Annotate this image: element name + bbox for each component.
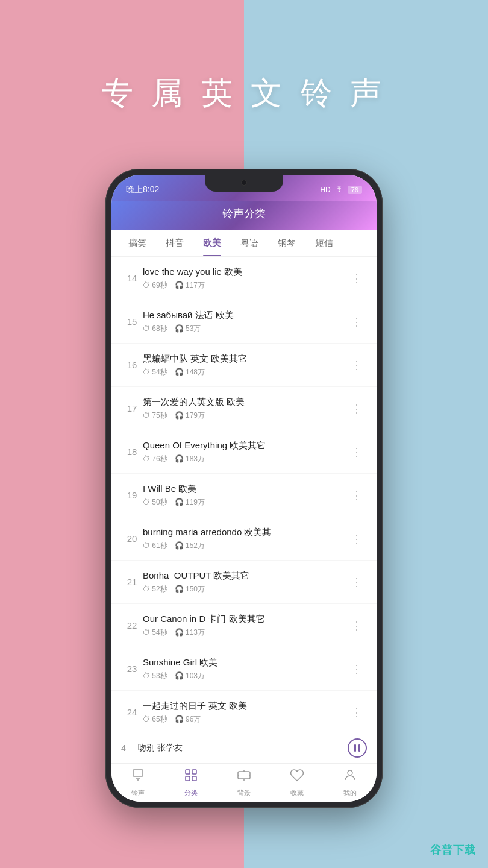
mini-player[interactable]: 4 吻别 张学友 (111, 732, 377, 763)
tab-gangqin[interactable]: 钢琴 (268, 230, 305, 256)
mini-player-title: 吻别 张学友 (138, 743, 348, 753)
list-item[interactable]: 18 Queen Of Everything 欧美其它 ⏱ 76秒 🎧 183万… (111, 430, 377, 474)
more-icon[interactable]: ⋮ (346, 530, 367, 548)
plays: 🎧 117万 (175, 280, 205, 291)
song-meta: ⏱ 54秒 🎧 113万 (143, 627, 346, 638)
duration: ⏱ 75秒 (143, 410, 167, 421)
phone-wrapper: 晚上8:02 HD 76 (105, 169, 383, 808)
list-item[interactable]: 23 Sunshine Girl 欧美 ⏱ 53秒 🎧 103万 ⋮ (111, 647, 377, 691)
tab-gaoxiao[interactable]: 搞笑 (119, 230, 156, 256)
more-icon[interactable]: ⋮ (346, 486, 367, 505)
song-title: I Will Be 欧美 (143, 483, 346, 495)
svg-rect-0 (354, 744, 356, 752)
plays: 🎧 179万 (175, 410, 205, 421)
status-time: 晚上8:02 (126, 184, 159, 195)
song-meta: ⏱ 52秒 🎧 150万 (143, 584, 346, 594)
nav-label-profile: 我的 (343, 788, 357, 797)
song-info: 第一次爱的人英文版 欧美 ⏱ 75秒 🎧 179万 (143, 397, 346, 421)
list-item[interactable]: 20 burning maria arredondo 欧美其 ⏱ 61秒 🎧 1… (111, 517, 377, 561)
nav-item-background[interactable]: 背景 (217, 768, 271, 797)
tab-douyin[interactable]: 抖音 (156, 230, 193, 256)
pause-button[interactable] (348, 738, 367, 758)
more-icon[interactable]: ⋮ (346, 356, 367, 374)
duration: ⏱ 76秒 (143, 454, 167, 464)
app-header-title: 铃声分类 (222, 207, 266, 219)
nav-item-category[interactable]: 分类 (164, 768, 217, 797)
plays: 🎧 113万 (175, 627, 205, 638)
plays: 🎧 96万 (175, 714, 201, 725)
more-icon[interactable]: ⋮ (346, 443, 367, 461)
more-icon[interactable]: ⋮ (346, 703, 367, 722)
more-icon[interactable]: ⋮ (346, 660, 367, 678)
song-index: 24 (121, 707, 143, 717)
list-item[interactable]: 16 黑蝙蝠中队 英文 欧美其它 ⏱ 54秒 🎧 148万 ⋮ (111, 344, 377, 387)
duration: ⏱ 54秒 (143, 367, 167, 377)
duration: ⏱ 68秒 (143, 324, 167, 334)
mini-player-index: 4 (121, 743, 138, 753)
song-info: Bonha_OUTPUT 欧美其它 ⏱ 52秒 🎧 150万 (143, 570, 346, 594)
song-meta: ⏱ 75秒 🎧 179万 (143, 410, 346, 421)
list-item[interactable]: 22 Our Canon in D 卡门 欧美其它 ⏱ 54秒 🎧 113万 ⋮ (111, 604, 377, 647)
song-title: Bonha_OUTPUT 欧美其它 (143, 570, 346, 582)
svg-rect-3 (192, 770, 196, 774)
status-icons: HD 76 (320, 186, 362, 195)
svg-rect-1 (358, 744, 360, 752)
duration: ⏱ 61秒 (143, 541, 167, 551)
nav-item-profile[interactable]: 我的 (324, 768, 377, 797)
song-info: Sunshine Girl 欧美 ⏱ 53秒 🎧 103万 (143, 657, 346, 681)
song-index: 17 (121, 403, 143, 414)
nav-item-ringtone[interactable]: 铃声 (111, 768, 164, 797)
list-item[interactable]: 19 I Will Be 欧美 ⏱ 50秒 🎧 119万 ⋮ (111, 474, 377, 517)
profile-icon (343, 768, 357, 786)
song-meta: ⏱ 68秒 🎧 53万 (143, 324, 346, 334)
more-icon[interactable]: ⋮ (346, 269, 367, 288)
more-icon[interactable]: ⋮ (346, 617, 367, 635)
nav-label-ringtone: 铃声 (131, 788, 145, 797)
song-title: 第一次爱的人英文版 欧美 (143, 397, 346, 408)
song-info: Our Canon in D 卡门 欧美其它 ⏱ 54秒 🎧 113万 (143, 614, 346, 638)
tab-duanxin[interactable]: 短信 (305, 230, 343, 256)
tab-yueyu[interactable]: 粤语 (231, 230, 268, 256)
notch (205, 175, 283, 192)
list-item[interactable]: 17 第一次爱的人英文版 欧美 ⏱ 75秒 🎧 179万 ⋮ (111, 387, 377, 430)
tabs-bar: 搞笑 抖音 欧美 粤语 钢琴 短信 (111, 230, 377, 257)
plays: 🎧 150万 (175, 584, 205, 594)
list-item[interactable]: 21 Bonha_OUTPUT 欧美其它 ⏱ 52秒 🎧 150万 ⋮ (111, 561, 377, 604)
plays: 🎧 183万 (175, 454, 205, 464)
nav-label-favorite: 收藏 (290, 788, 304, 797)
more-icon[interactable]: ⋮ (346, 573, 367, 591)
song-meta: ⏱ 53秒 🎧 103万 (143, 671, 346, 681)
wifi-icon (334, 186, 344, 195)
song-title: Не забывай 法语 欧美 (143, 310, 346, 321)
more-icon[interactable]: ⋮ (346, 400, 367, 418)
song-index: 23 (121, 664, 143, 674)
song-title: Queen Of Everything 欧美其它 (143, 440, 346, 451)
song-index: 22 (121, 620, 143, 631)
signal-icon: HD (320, 186, 330, 194)
list-item[interactable]: 15 Не забывай 法语 欧美 ⏱ 68秒 🎧 53万 ⋮ (111, 300, 377, 344)
song-index: 18 (121, 447, 143, 457)
duration: ⏱ 69秒 (143, 280, 167, 291)
tab-oumei[interactable]: 欧美 (193, 230, 231, 256)
song-title: love the way you lie 欧美 (143, 266, 346, 278)
nav-item-favorite[interactable]: 收藏 (271, 768, 324, 797)
list-item[interactable]: 14 love the way you lie 欧美 ⏱ 69秒 🎧 117万 … (111, 257, 377, 300)
notch-camera (241, 180, 247, 186)
nav-label-background: 背景 (237, 788, 251, 797)
duration: ⏱ 53秒 (143, 671, 167, 681)
ringtone-icon (131, 768, 145, 786)
category-icon (184, 768, 198, 786)
song-title: 一起走过的日子 英文 欧美 (143, 700, 346, 712)
duration: ⏱ 54秒 (143, 627, 167, 638)
song-title: Sunshine Girl 欧美 (143, 657, 346, 668)
song-index: 19 (121, 490, 143, 500)
favorite-icon (290, 768, 304, 786)
phone-screen: 晚上8:02 HD 76 (111, 175, 377, 802)
duration: ⏱ 50秒 (143, 497, 167, 508)
song-meta: ⏱ 65秒 🎧 96万 (143, 714, 346, 725)
song-index: 21 (121, 577, 143, 587)
svg-rect-4 (186, 776, 190, 781)
nav-label-category: 分类 (184, 788, 198, 797)
list-item[interactable]: 24 一起走过的日子 英文 欧美 ⏱ 65秒 🎧 96万 ⋮ (111, 691, 377, 732)
more-icon[interactable]: ⋮ (346, 313, 367, 331)
